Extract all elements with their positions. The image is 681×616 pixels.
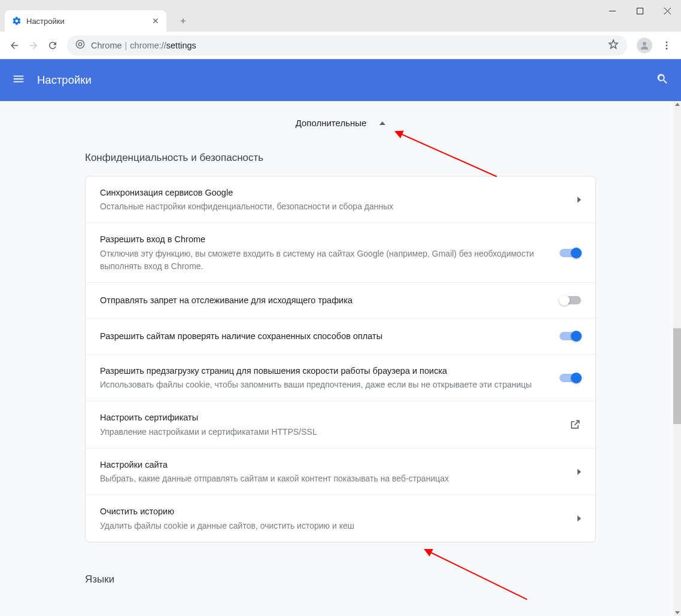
omnibox-separator: | [125, 41, 127, 50]
address-bar[interactable]: Chrome | chrome://settings [67, 35, 627, 56]
svg-point-3 [78, 42, 81, 45]
reload-button[interactable] [43, 36, 62, 55]
row-description: Управление настройками и сертификатами H… [100, 426, 557, 438]
svg-rect-1 [637, 8, 643, 14]
settings-gear-icon [12, 16, 22, 26]
settings-row-3[interactable]: Разрешить сайтам проверять наличие сохра… [86, 319, 595, 355]
window-titlebar: Настройки ✕ [0, 0, 681, 32]
toggle-switch[interactable] [560, 249, 581, 257]
row-title: Отправлять запрет на отслеживание для ис… [100, 294, 548, 307]
svg-point-7 [666, 47, 668, 49]
window-minimize-button[interactable] [598, 0, 626, 22]
row-description: Остальные настройки конфиденциальности, … [100, 200, 566, 213]
scrollbar-down-icon[interactable] [675, 611, 680, 614]
settings-row-1[interactable]: Разрешить вход в ChromeОтключив эту функ… [86, 223, 595, 282]
settings-header: Настройки [0, 59, 681, 101]
page-title: Настройки [37, 74, 92, 87]
svg-rect-0 [609, 11, 616, 11]
scrollbar-up-icon[interactable] [675, 103, 680, 106]
row-description: Удалить файлы cookie и данные сайтов, оч… [100, 520, 566, 532]
chevron-right-icon [577, 197, 581, 203]
external-link-icon [569, 419, 581, 431]
section-title-privacy: Конфиденциальность и безопасность [85, 152, 596, 164]
advanced-label: Дополнительные [296, 118, 367, 128]
privacy-card: Синхронизация сервисов GoogleОстальные н… [85, 176, 596, 542]
section-title-languages: Языки [85, 574, 596, 587]
window-close-button[interactable] [653, 0, 681, 22]
settings-row-5[interactable]: Настроить сертификатыУправление настройк… [86, 401, 595, 448]
svg-point-2 [76, 40, 84, 48]
row-title: Разрешить предзагрузку страниц для повыш… [100, 364, 548, 377]
browser-tab[interactable]: Настройки ✕ [5, 10, 166, 32]
omnibox-prefix: Chrome [91, 41, 122, 50]
settings-row-4[interactable]: Разрешить предзагрузку страниц для повыш… [86, 355, 595, 401]
search-icon[interactable] [656, 72, 669, 88]
settings-row-6[interactable]: Настройки сайтаВыбрать, какие данные отп… [86, 449, 595, 495]
caret-up-icon [379, 121, 385, 125]
svg-point-6 [666, 44, 668, 46]
new-tab-button[interactable] [175, 13, 191, 29]
tab-close-icon[interactable]: ✕ [152, 16, 159, 26]
settings-row-2[interactable]: Отправлять запрет на отслеживание для ис… [86, 283, 595, 319]
svg-point-4 [643, 42, 646, 45]
browser-menu-button[interactable] [657, 36, 676, 55]
row-title: Настроить сертификаты [100, 411, 557, 424]
svg-point-5 [666, 41, 668, 43]
window-maximize-button[interactable] [626, 0, 653, 22]
browser-toolbar: Chrome | chrome://settings [0, 32, 681, 59]
advanced-toggle[interactable]: Дополнительные [0, 118, 681, 128]
chrome-icon [75, 39, 85, 51]
profile-avatar[interactable] [637, 38, 652, 53]
settings-row-0[interactable]: Синхронизация сервисов GoogleОстальные н… [86, 176, 595, 223]
toggle-switch[interactable] [560, 374, 581, 382]
settings-content[interactable]: Дополнительные Конфиденциальность и безо… [0, 101, 681, 616]
hamburger-menu-icon[interactable] [12, 72, 26, 88]
row-description: Выбрать, какие данные отправлять сайтам … [100, 472, 566, 485]
row-description: Использовать файлы cookie, чтобы запомни… [100, 379, 548, 391]
forward-button[interactable] [24, 36, 43, 55]
page-scrollbar[interactable] [673, 101, 681, 616]
row-title: Синхронизация сервисов Google [100, 186, 566, 199]
toggle-switch[interactable] [560, 296, 581, 304]
row-title: Разрешить сайтам проверять наличие сохра… [100, 330, 548, 343]
settings-row-7[interactable]: Очистить историюУдалить файлы cookie и д… [86, 495, 595, 541]
tab-title: Настройки [26, 17, 65, 26]
row-description: Отключив эту функцию, вы сможете входить… [100, 248, 548, 273]
toggle-switch[interactable] [560, 332, 581, 340]
omnibox-path-scheme: chrome:// [130, 41, 166, 50]
back-button[interactable] [5, 36, 24, 55]
chevron-right-icon [577, 469, 581, 475]
row-title: Настройки сайта [100, 458, 566, 471]
row-title: Очистить историю [100, 505, 566, 518]
scrollbar-thumb[interactable] [673, 328, 681, 424]
chevron-right-icon [577, 516, 581, 522]
omnibox-path-page: settings [166, 41, 196, 50]
row-title: Разрешить вход в Chrome [100, 233, 548, 246]
bookmark-star-icon[interactable] [608, 39, 619, 51]
